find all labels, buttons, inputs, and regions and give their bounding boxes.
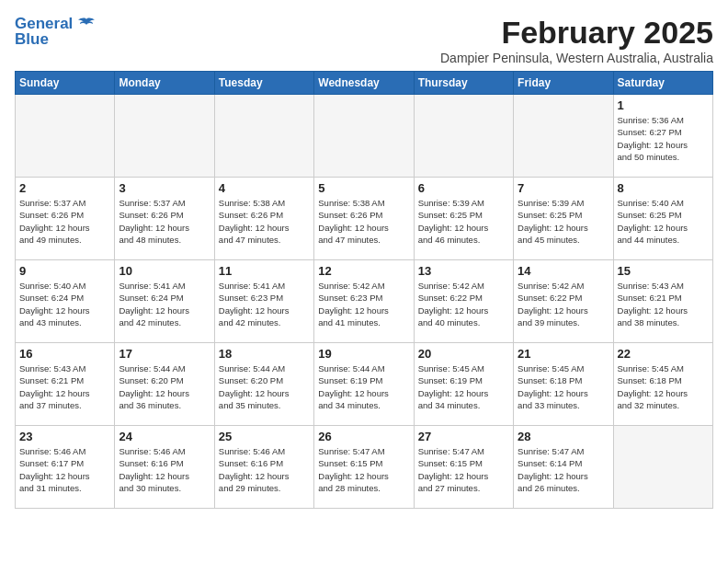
day-info: Sunrise: 5:47 AM Sunset: 6:15 PM Dayligh… (318, 445, 409, 494)
calendar-week-row: 16Sunrise: 5:43 AM Sunset: 6:21 PM Dayli… (16, 343, 713, 426)
calendar-cell: 5Sunrise: 5:38 AM Sunset: 6:26 PM Daylig… (314, 178, 414, 260)
day-info: Sunrise: 5:38 AM Sunset: 6:26 PM Dayligh… (219, 197, 310, 246)
logo-blue: Blue (15, 30, 49, 48)
day-info: Sunrise: 5:41 AM Sunset: 6:23 PM Dayligh… (219, 280, 310, 328)
calendar-cell: 25Sunrise: 5:46 AM Sunset: 6:16 PM Dayli… (214, 426, 313, 509)
calendar-cell (613, 426, 712, 509)
calendar-cell: 14Sunrise: 5:42 AM Sunset: 6:22 PM Dayli… (514, 260, 613, 343)
calendar-cell (214, 95, 313, 178)
calendar-cell (314, 95, 414, 178)
day-number: 5 (318, 181, 409, 195)
calendar-cell: 23Sunrise: 5:46 AM Sunset: 6:17 PM Dayli… (16, 426, 115, 509)
day-number: 18 (219, 347, 310, 361)
day-info: Sunrise: 5:40 AM Sunset: 6:25 PM Dayligh… (618, 197, 709, 246)
day-info: Sunrise: 5:37 AM Sunset: 6:26 PM Dayligh… (19, 197, 110, 246)
calendar-cell: 1Sunrise: 5:36 AM Sunset: 6:27 PM Daylig… (613, 95, 712, 178)
calendar-cell: 22Sunrise: 5:45 AM Sunset: 6:18 PM Dayli… (613, 343, 712, 426)
calendar-cell: 21Sunrise: 5:45 AM Sunset: 6:18 PM Dayli… (514, 343, 613, 426)
day-number: 19 (318, 347, 409, 361)
title-section: February 2025 Dampier Peninsula, Western… (440, 15, 713, 65)
day-info: Sunrise: 5:47 AM Sunset: 6:14 PM Dayligh… (518, 445, 609, 494)
calendar-cell: 2Sunrise: 5:37 AM Sunset: 6:26 PM Daylig… (16, 178, 115, 260)
calendar-cell: 19Sunrise: 5:44 AM Sunset: 6:19 PM Dayli… (314, 343, 414, 426)
subtitle: Dampier Peninsula, Western Australia, Au… (440, 51, 713, 65)
calendar-cell: 27Sunrise: 5:47 AM Sunset: 6:15 PM Dayli… (414, 426, 513, 509)
day-info: Sunrise: 5:44 AM Sunset: 6:19 PM Dayligh… (318, 362, 409, 411)
day-number: 25 (219, 430, 310, 443)
calendar-cell: 15Sunrise: 5:43 AM Sunset: 6:21 PM Dayli… (613, 260, 712, 343)
calendar-cell (414, 95, 513, 178)
calendar-cell: 7Sunrise: 5:39 AM Sunset: 6:25 PM Daylig… (514, 178, 613, 260)
day-info: Sunrise: 5:40 AM Sunset: 6:24 PM Dayligh… (19, 280, 110, 328)
day-number: 26 (318, 430, 409, 443)
weekday-header: Friday (514, 72, 613, 95)
calendar-week-row: 2Sunrise: 5:37 AM Sunset: 6:26 PM Daylig… (16, 178, 713, 260)
day-number: 2 (19, 181, 110, 195)
day-info: Sunrise: 5:39 AM Sunset: 6:25 PM Dayligh… (418, 197, 509, 246)
calendar-cell: 3Sunrise: 5:37 AM Sunset: 6:26 PM Daylig… (115, 178, 214, 260)
day-number: 4 (219, 181, 310, 195)
calendar-cell: 4Sunrise: 5:38 AM Sunset: 6:26 PM Daylig… (214, 178, 313, 260)
day-info: Sunrise: 5:43 AM Sunset: 6:21 PM Dayligh… (618, 280, 709, 328)
day-info: Sunrise: 5:45 AM Sunset: 6:18 PM Dayligh… (618, 362, 709, 411)
day-number: 12 (318, 264, 409, 278)
day-number: 9 (19, 264, 110, 278)
calendar-header-row: SundayMondayTuesdayWednesdayThursdayFrid… (16, 72, 713, 95)
calendar-cell: 12Sunrise: 5:42 AM Sunset: 6:23 PM Dayli… (314, 260, 414, 343)
day-info: Sunrise: 5:42 AM Sunset: 6:22 PM Dayligh… (418, 280, 509, 328)
calendar-cell: 20Sunrise: 5:45 AM Sunset: 6:19 PM Dayli… (414, 343, 513, 426)
day-number: 10 (119, 264, 210, 278)
weekday-header: Monday (115, 72, 214, 95)
calendar-cell: 26Sunrise: 5:47 AM Sunset: 6:15 PM Dayli… (314, 426, 414, 509)
day-number: 3 (119, 181, 210, 195)
calendar-cell (514, 95, 613, 178)
day-info: Sunrise: 5:44 AM Sunset: 6:20 PM Dayligh… (219, 362, 310, 411)
day-number: 17 (119, 347, 210, 361)
weekday-header: Saturday (613, 72, 712, 95)
logo: General Blue (15, 15, 95, 49)
day-info: Sunrise: 5:45 AM Sunset: 6:18 PM Dayligh… (518, 362, 609, 411)
day-number: 11 (219, 264, 310, 278)
day-info: Sunrise: 5:38 AM Sunset: 6:26 PM Dayligh… (318, 197, 409, 246)
day-info: Sunrise: 5:37 AM Sunset: 6:26 PM Dayligh… (119, 197, 210, 246)
weekday-header: Wednesday (314, 72, 414, 95)
day-number: 15 (618, 264, 709, 278)
calendar-cell: 24Sunrise: 5:46 AM Sunset: 6:16 PM Dayli… (115, 426, 214, 509)
day-number: 28 (518, 430, 609, 443)
calendar-cell: 18Sunrise: 5:44 AM Sunset: 6:20 PM Dayli… (214, 343, 313, 426)
calendar-table: SundayMondayTuesdayWednesdayThursdayFrid… (15, 71, 713, 509)
day-info: Sunrise: 5:41 AM Sunset: 6:24 PM Dayligh… (119, 280, 210, 328)
calendar-cell: 10Sunrise: 5:41 AM Sunset: 6:24 PM Dayli… (115, 260, 214, 343)
day-number: 8 (618, 181, 709, 195)
day-info: Sunrise: 5:46 AM Sunset: 6:16 PM Dayligh… (119, 445, 210, 494)
day-number: 22 (618, 347, 709, 361)
calendar-cell: 8Sunrise: 5:40 AM Sunset: 6:25 PM Daylig… (613, 178, 712, 260)
day-number: 13 (418, 264, 509, 278)
calendar-week-row: 23Sunrise: 5:46 AM Sunset: 6:17 PM Dayli… (16, 426, 713, 509)
day-number: 6 (418, 181, 509, 195)
main-title: February 2025 (440, 15, 713, 51)
calendar-cell: 16Sunrise: 5:43 AM Sunset: 6:21 PM Dayli… (16, 343, 115, 426)
calendar-cell: 9Sunrise: 5:40 AM Sunset: 6:24 PM Daylig… (16, 260, 115, 343)
calendar-cell: 28Sunrise: 5:47 AM Sunset: 6:14 PM Dayli… (514, 426, 613, 509)
day-info: Sunrise: 5:46 AM Sunset: 6:17 PM Dayligh… (19, 445, 110, 494)
calendar-cell (16, 95, 115, 178)
day-info: Sunrise: 5:45 AM Sunset: 6:19 PM Dayligh… (418, 362, 509, 411)
day-info: Sunrise: 5:44 AM Sunset: 6:20 PM Dayligh… (119, 362, 210, 411)
weekday-header: Tuesday (214, 72, 313, 95)
weekday-header: Sunday (16, 72, 115, 95)
day-info: Sunrise: 5:43 AM Sunset: 6:21 PM Dayligh… (19, 362, 110, 411)
logo-bird-icon (78, 17, 95, 32)
day-number: 1 (618, 98, 709, 112)
day-info: Sunrise: 5:47 AM Sunset: 6:15 PM Dayligh… (418, 445, 509, 494)
calendar-cell: 13Sunrise: 5:42 AM Sunset: 6:22 PM Dayli… (414, 260, 513, 343)
day-number: 24 (119, 430, 210, 443)
calendar-week-row: 1Sunrise: 5:36 AM Sunset: 6:27 PM Daylig… (16, 95, 713, 178)
day-number: 14 (518, 264, 609, 278)
calendar-cell: 17Sunrise: 5:44 AM Sunset: 6:20 PM Dayli… (115, 343, 214, 426)
day-number: 27 (418, 430, 509, 443)
calendar-cell: 11Sunrise: 5:41 AM Sunset: 6:23 PM Dayli… (214, 260, 313, 343)
day-number: 7 (518, 181, 609, 195)
day-number: 21 (518, 347, 609, 361)
day-info: Sunrise: 5:42 AM Sunset: 6:23 PM Dayligh… (318, 280, 409, 328)
